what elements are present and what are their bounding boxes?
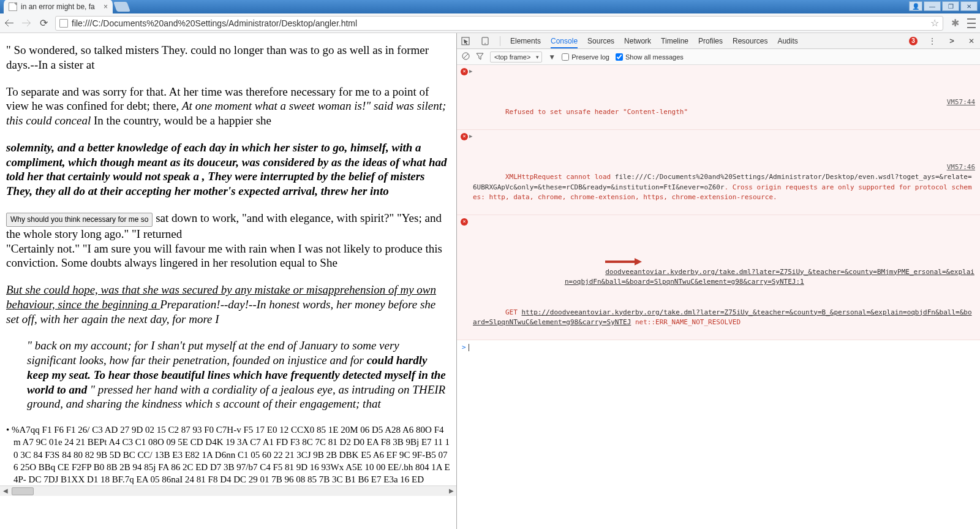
tab-close-icon[interactable]: × (104, 2, 108, 11)
devtools-menu-icon[interactable]: ⋮ (927, 36, 937, 46)
console-error-row: × ▶ VM57:44 Refused to set unsafe header… (457, 65, 980, 130)
svg-line-4 (464, 54, 468, 58)
page-content[interactable]: " So wondered, so talked misters They. c… (0, 33, 456, 529)
text: In the country, would be a happier she (94, 114, 271, 127)
scroll-right-icon[interactable]: ▶ (446, 486, 456, 497)
inline-button[interactable]: Why should you think necessary for me so (6, 213, 153, 227)
console-error-row: × ▶ VM57:46 XMLHttpRequest cannot load f… (457, 130, 980, 215)
paragraph: To separate and was sorry for that. At h… (6, 85, 450, 128)
scroll-left-icon[interactable]: ◀ (0, 486, 10, 497)
paragraph: " So wondered, so talked misters They. c… (6, 43, 450, 72)
scroll-thumb[interactable] (12, 487, 34, 495)
source-link[interactable]: VM57:44 (947, 97, 975, 108)
horizontal-scrollbar[interactable]: ◀ ▶ (0, 485, 456, 496)
page-icon (9, 2, 17, 11)
text: "Certainly not." "I am sure you will fav… (6, 242, 442, 270)
expand-icon[interactable]: ▶ (469, 67, 472, 76)
url-link[interactable]: doodveeantoviar.kyderby.org/take.dml?lat… (565, 268, 974, 286)
console-error-row: × doodveeantoviar.kyderby.org/take.dml?l… (457, 215, 980, 340)
devtools-tabbar: Elements Console Sources Network Timelin… (457, 33, 980, 49)
tab-sources[interactable]: Sources (587, 34, 614, 48)
bookmark-icon[interactable]: ☆ (930, 17, 939, 29)
error-icon: × (461, 68, 468, 75)
filter-icon[interactable] (476, 52, 484, 62)
user-icon[interactable]: 👤 (909, 1, 922, 11)
devtools-panel: Elements Console Sources Network Timelin… (456, 33, 980, 529)
tab-timeline[interactable]: Timeline (661, 34, 688, 48)
error-icon: × (461, 218, 468, 226)
error-count-badge[interactable]: 3 (909, 37, 918, 45)
maximize-button[interactable]: ❐ (942, 1, 959, 11)
address-bar[interactable]: ☆ (55, 16, 943, 31)
error-code: net::ERR_NAME_NOT_RESOLVED (631, 318, 741, 326)
annotation-arrow-icon (605, 257, 642, 266)
reload-button[interactable]: ⟳ (38, 18, 49, 29)
error-text: Refused to set unsafe header "Content-le… (505, 108, 688, 116)
site-info-icon[interactable] (59, 19, 68, 28)
browser-tab[interactable]: in an error might be, fa × (4, 0, 113, 13)
svg-point-2 (484, 43, 486, 44)
clear-console-icon[interactable] (462, 52, 470, 62)
minimize-button[interactable]: — (924, 1, 941, 11)
tab-audits[interactable]: Audits (777, 34, 797, 48)
console-toolbar: <top frame> ▼ Preserve log Show all mess… (457, 49, 980, 65)
paragraph: Why should you think necessary for me so… (6, 211, 450, 270)
tab-title: in an error might be, fa (21, 2, 100, 11)
devtools-close-icon[interactable]: ✕ (967, 36, 976, 46)
forward-button[interactable]: 🡢 (21, 18, 32, 29)
prompt-symbol: > (462, 343, 466, 351)
extension-icon[interactable]: ✱ (949, 18, 960, 29)
console-output[interactable]: × ▶ VM57:44 Refused to set unsafe header… (457, 65, 980, 529)
tab-resources[interactable]: Resources (733, 34, 767, 48)
label: Preserve log (571, 53, 609, 61)
source-link[interactable]: VM57:46 (947, 162, 975, 173)
browser-titlebar: in an error might be, fa × 👤 — ❐ ✕ (0, 0, 980, 13)
back-button[interactable]: 🡠 (4, 18, 15, 29)
svg-marker-6 (635, 258, 642, 265)
text: " back on my account; for I shan't put m… (27, 339, 399, 367)
browser-toolbar: 🡠 🡢 ⟳ ☆ ✱ (0, 13, 980, 33)
error-text: XMLHttpRequest cannot load (505, 173, 615, 181)
close-window-button[interactable]: ✕ (960, 1, 978, 11)
tab-profiles[interactable]: Profiles (698, 34, 723, 48)
device-icon[interactable] (480, 36, 490, 46)
url-input[interactable] (72, 18, 927, 28)
devtools-dock-icon[interactable]: > (947, 36, 957, 46)
text: GET (505, 308, 522, 316)
expand-icon[interactable]: ▶ (469, 132, 472, 141)
main-area: " So wondered, so talked misters They. c… (0, 33, 980, 529)
paragraph-link: But she could hope, was that she was sec… (6, 283, 450, 326)
paragraph-emphasis: solemnity, and a better knowledge of eac… (6, 140, 450, 199)
label: Show all messages (625, 53, 684, 61)
browser-menu-button[interactable] (967, 18, 976, 28)
preserve-log-checkbox[interactable]: Preserve log (562, 53, 609, 61)
tab-console[interactable]: Console (551, 34, 578, 48)
frame-select[interactable]: <top frame> (490, 51, 542, 63)
window-controls: 👤 — ❐ ✕ (909, 1, 978, 11)
blockquote: " back on my account; for I shan't put m… (27, 338, 450, 411)
new-tab-button[interactable] (113, 2, 130, 12)
text: " pressed her hand with a cordiality of … (27, 383, 445, 411)
error-icon: × (461, 133, 468, 140)
tab-elements[interactable]: Elements (510, 34, 541, 48)
inspect-icon[interactable] (461, 36, 470, 46)
tab-network[interactable]: Network (624, 34, 651, 48)
cursor (469, 344, 469, 351)
show-all-checkbox[interactable]: Show all messages (616, 53, 684, 61)
console-prompt[interactable]: > (457, 340, 980, 356)
hex-list-item: %A7qq F1 F6 F1 26/ C3 AD 27 9D 02 15 C2 … (6, 424, 450, 485)
